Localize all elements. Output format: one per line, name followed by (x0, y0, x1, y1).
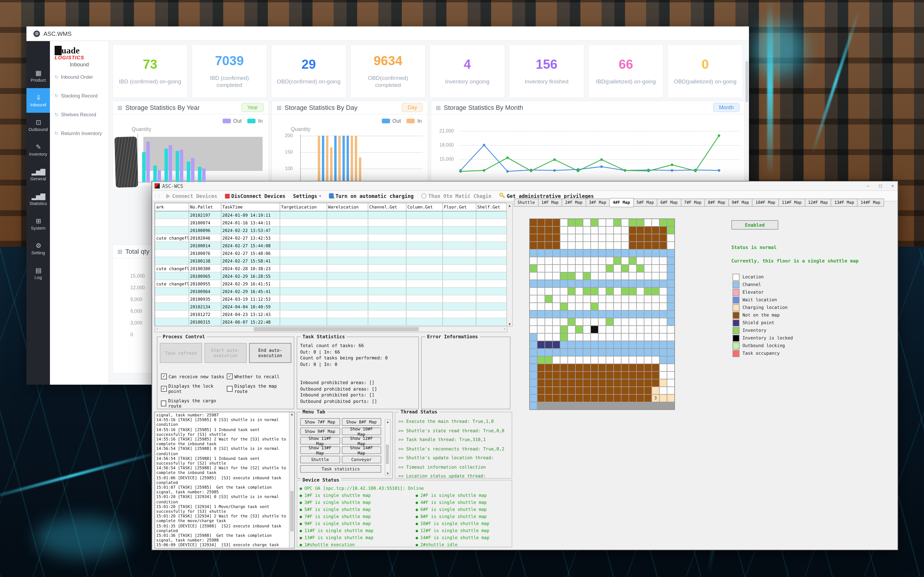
sidebar-item-setting[interactable]: ⚙Setting (26, 236, 50, 261)
sidebar-item-statistics[interactable]: ▂▅▇Statistics (26, 187, 50, 211)
table-horizontal-scrollbar[interactable]: ‹ › (155, 326, 508, 332)
map-tab-11-f-map[interactable]: 11#F Map (779, 198, 805, 207)
checkbox-displays-the-map-route[interactable]: Displays the map route (227, 384, 292, 394)
table-row[interactable]: 201003152024-06-07 15:22:48 (155, 318, 508, 326)
map-tab-shuttle[interactable]: Shuttle (514, 198, 539, 207)
menu-tab-show-9-f-map[interactable]: Show 9#F Map (300, 427, 340, 435)
map-tab-2-f-map[interactable]: 2#F Map (562, 198, 586, 207)
submenu-item-inbound-order[interactable]: ↻Inbound Order (55, 68, 109, 86)
column-header-no-pallet[interactable]: No.Pallet (189, 203, 221, 211)
close-button[interactable]: ✕ (888, 183, 898, 189)
checkbox-displays-the-cargo-route[interactable]: Displays the cargo route (161, 398, 227, 409)
sidebar-item-log[interactable]: ▤Log (26, 261, 50, 285)
map-tab-10-f-map[interactable]: 10#F Map (753, 198, 779, 207)
menu-tab-show-10-f-map[interactable]: Show 10#F Map (342, 427, 381, 435)
empty-cell (327, 287, 368, 295)
enabled-button[interactable]: Enabled (731, 220, 778, 230)
menu-tab-conveyor[interactable]: Conveyor (342, 456, 381, 463)
map-cell-channel (553, 311, 560, 318)
map-tab-13-f-map[interactable]: 13#F Map (832, 198, 858, 207)
month-badge[interactable]: Month (713, 103, 740, 112)
menu-tab-shuttle[interactable]: Shuttle (300, 456, 340, 463)
table-row[interactable]: 201000762024-02-27 15:48:06 (155, 249, 508, 257)
column-header-ark[interactable]: ark (155, 203, 189, 211)
sidebar-item-outbound[interactable]: ⊡Outbound (26, 113, 50, 137)
year-badge[interactable]: Year (242, 103, 264, 112)
map-tab-9-f-map[interactable]: 9#F Map (729, 198, 753, 207)
checkbox-can-receive-new-tasks[interactable]: ✓Can receive new tasks (161, 374, 227, 379)
table-row[interactable]: 201000962024-02-22 13:53:47 (155, 226, 508, 234)
menu-tab-task-statistics[interactable]: Task statistics (300, 465, 381, 473)
log-scrollbar[interactable]: ▲ (289, 412, 294, 548)
sidebar-item-general[interactable]: ▂▅▇General (26, 162, 50, 187)
map-tab-3-f-map[interactable]: 3#F Map (586, 198, 610, 207)
task-table[interactable]: arkNo.PalletTaskTimeTargetLocationWarelo… (155, 203, 508, 327)
map-tab-8-f-map[interactable]: 8#F Map (705, 198, 729, 207)
column-header-shelf-get[interactable]: Shelf.Get (476, 203, 508, 211)
checkbox-whether-to-recall[interactable]: ✓Whether to recall (227, 374, 292, 379)
table-row[interactable]: cute changefloor task conplated201009552… (155, 280, 508, 287)
column-header-tasktime[interactable]: TaskTime (221, 203, 280, 211)
menu-tab-show-11-f-map[interactable]: Show 11#F Map (300, 437, 340, 445)
column-header-warelocation[interactable]: Warelocation (327, 203, 368, 211)
sidebar-item-product[interactable]: ▦Product (26, 63, 50, 88)
map-cell-location (576, 242, 583, 249)
sidebar-item-system[interactable]: ⊞System (26, 211, 50, 236)
log-output[interactable]: signal, task number: 25987 14:55:16 [TAS… (155, 412, 295, 548)
wcs-titlebar[interactable]: ASC-WCS – ▢ ✕ (152, 182, 898, 190)
map-cell-inventory (568, 288, 575, 295)
menu-tab-show-7-f-map[interactable]: Show 7#F Map (300, 418, 340, 426)
maximize-button[interactable]: ▢ (876, 183, 885, 189)
day-badge[interactable]: Day (402, 103, 423, 112)
column-header-floor-get[interactable]: Floor.Get (442, 203, 476, 211)
scroll-left-arrow[interactable]: ‹ (156, 327, 158, 331)
table-row[interactable]: 201000142024-02-27 15:44:08 (155, 242, 508, 249)
wms-titlebar[interactable]: ◍ ASC.WMS (26, 26, 749, 41)
menu-tab-show-14-f-map[interactable]: Show 14#F Map (342, 446, 381, 454)
map-tab-6-f-map[interactable]: 6#F Map (657, 198, 681, 207)
table-row[interactable]: cute changefloor task conplated201003802… (155, 264, 508, 272)
table-row[interactable]: 201009352024-03-19 11:12:53 (155, 295, 508, 303)
submenu-item-returnin-inventory[interactable]: ↻ReturnIn Inventory (55, 124, 109, 143)
toolbar-turn-on-automatic-charging[interactable]: Turn on automatic charging (326, 192, 416, 200)
map-tab-7-f-map[interactable]: 7#F Map (681, 198, 705, 207)
sidebar-item-inbound[interactable]: ⇩Inbound (26, 88, 50, 113)
scroll-right-arrow[interactable]: › (504, 327, 506, 331)
map-tab-5-f-map[interactable]: 5#F Map (634, 198, 657, 207)
map-cell-channel (629, 250, 636, 257)
menu-tab-show-8-f-map[interactable]: Show 8#F Map (342, 418, 381, 426)
table-row[interactable]: 201021972024-01-09 14:19:11 (155, 211, 508, 219)
map-tab-1-f-map[interactable]: 1#F Map (539, 198, 562, 207)
empty-cell (476, 219, 508, 226)
table-row[interactable]: 201009642024-02-29 16:45:41 (155, 287, 508, 295)
menu-tab-scrollbar[interactable]: ▲▼ (385, 419, 390, 476)
table-row[interactable]: cute changefloor task conplated201020462… (155, 234, 508, 242)
table-row[interactable]: 201021342024-04-04 10:40:59 (155, 303, 508, 310)
submenu-item-stacking-record[interactable]: ↻Stacking Record (55, 86, 109, 105)
sidebar-item-inventory[interactable]: ✎Inventory (26, 137, 50, 162)
column-header-column-get[interactable]: Column.Get (406, 203, 442, 211)
minimize-button[interactable]: – (863, 183, 873, 189)
menu-tab-show-13-f-map[interactable]: Show 13#F Map (300, 446, 340, 454)
map-tab-4-f-map[interactable]: 4#F Map (610, 198, 634, 207)
remark-cell (155, 287, 189, 295)
floor-map-grid[interactable]: 3 (529, 218, 675, 410)
toolbar-disconnect-devices[interactable]: DisConnect Devices (222, 192, 289, 200)
table-row[interactable]: 201009652024-02-29 16:28:55 (155, 272, 508, 280)
checkbox-displays-the-lock-point[interactable]: ✓Displays the lock point (161, 384, 227, 394)
map-cell-not-on-map (591, 364, 598, 371)
button-end-auto-execution[interactable]: End auto-execution (249, 343, 291, 363)
column-header-channel-get[interactable]: Channel.Get (368, 203, 406, 211)
table-row[interactable]: 201001382024-02-27 15:58:41 (155, 257, 508, 264)
map-cell-location (530, 303, 537, 310)
menu-tab-show-12-f-map[interactable]: Show 12#F Map (342, 437, 381, 445)
toolbar-settings[interactable]: Settings▾ (290, 192, 324, 200)
table-row[interactable]: 201012722024-04-23 13:12:43 (155, 310, 508, 318)
table-vertical-scrollbar[interactable]: ▲▼ (506, 203, 513, 327)
column-header-targetlocation[interactable]: TargetLocation (280, 203, 327, 211)
map-tab-14-f-map[interactable]: 14#F Map (858, 198, 884, 207)
pallet-cell: 20100096 (189, 226, 221, 234)
table-row[interactable]: 201000742024-01-16 13:44:11 (155, 219, 508, 226)
map-tab-12-f-map[interactable]: 12#F Map (805, 198, 831, 207)
submenu-item-shelves-record[interactable]: ↻Shelves Record (55, 105, 109, 124)
